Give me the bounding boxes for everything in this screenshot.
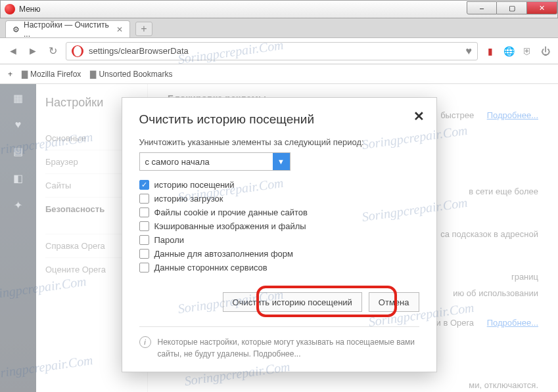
learn-more-link[interactable]: Подробнее... [253,349,300,359]
folder-icon: ▇ [90,70,96,79]
bookmark-heart-icon[interactable]: ♥ [466,45,473,57]
power-icon[interactable]: ⏻ [540,45,551,57]
url-input[interactable] [89,46,461,56]
checkbox-icon [139,221,149,231]
dialog-title: Очистить историю посещений [139,112,419,127]
url-field-container[interactable]: ♥ [66,42,478,60]
not-deleted-link[interactable]: не будут удалены [184,349,249,359]
window-titlebar: Меню – ▢ ✕ [0,0,558,18]
reload-button[interactable]: ↻ [46,45,59,57]
check-thirdparty[interactable]: Данные сторонних сервисов [139,263,419,272]
address-bar: ◄ ► ↻ ♥ ▮ 🌐 ⛨ ⏻ [0,38,558,64]
content-area: ▦ ♥ ▤ ◧ ✦ Настройки Основные Браузер Сай… [0,84,558,392]
forward-button[interactable]: ► [26,45,39,57]
dialog-footnote: i Некоторые настройки, которые могут ука… [139,326,419,360]
maximize-button[interactable]: ▢ [497,1,527,14]
checkbox-icon [139,235,149,245]
shield-icon[interactable]: ⛨ [521,45,533,57]
folder-icon: ▇ [22,70,28,79]
bookmarks-bar: + ▇Mozilla Firefox ▇Unsorted Bookmarks [0,64,558,84]
cancel-button[interactable]: Отмена [369,292,419,312]
clear-button[interactable]: Очистить историю посещений [223,292,362,312]
minimize-button[interactable]: – [467,1,497,14]
check-history[interactable]: ✓историю посещений [139,180,419,190]
checkbox-icon [139,249,149,259]
check-autofill[interactable]: Данные для автозаполнения форм [139,249,419,259]
modal-overlay: ✕ Очистить историю посещений Уничтожить … [0,84,558,392]
tab-strip: ⚙ Настройки — Очистить ... ✕ + [0,18,558,38]
tab-title: Настройки — Очистить ... [24,20,116,39]
globe-icon[interactable]: 🌐 [503,45,515,57]
period-value: с самого начала [145,157,210,167]
check-downloads[interactable]: историю загрузок [139,194,419,204]
chevron-down-icon: ▼ [273,153,290,170]
window-close-button[interactable]: ✕ [527,1,557,14]
bookmark-folder[interactable]: ▇Unsorted Bookmarks [90,70,172,79]
checkbox-icon: ✓ [139,180,149,190]
tab-close-button[interactable]: ✕ [116,25,123,34]
back-button[interactable]: ◄ [7,45,20,57]
adblock-icon[interactable]: ▮ [484,45,496,57]
period-select[interactable]: с самого начала ▼ [139,152,291,171]
add-bookmark-button[interactable]: + [8,70,12,79]
dialog-subtitle: Уничтожить указанные элементы за следующ… [139,137,419,147]
dialog-close-button[interactable]: ✕ [413,108,425,124]
info-icon: i [139,336,151,348]
menu-button[interactable]: Меню [19,5,40,14]
bookmark-folder[interactable]: ▇Mozilla Firefox [22,70,81,79]
new-tab-button[interactable]: + [135,22,152,36]
check-cache[interactable]: Кэшированные изображения и файлы [139,221,419,231]
check-cookies[interactable]: Файлы cookie и прочие данные сайтов [139,207,419,217]
opera-logo-icon [5,4,15,14]
check-passwords[interactable]: Пароли [139,235,419,245]
checkbox-icon [139,263,149,272]
gear-icon: ⚙ [12,25,20,34]
tab-settings[interactable]: ⚙ Настройки — Очистить ... ✕ [5,20,130,37]
checkbox-icon [139,207,149,217]
checkbox-icon [139,194,149,204]
opera-badge-icon [72,45,83,57]
clear-data-dialog: ✕ Очистить историю посещений Уничтожить … [122,97,437,372]
